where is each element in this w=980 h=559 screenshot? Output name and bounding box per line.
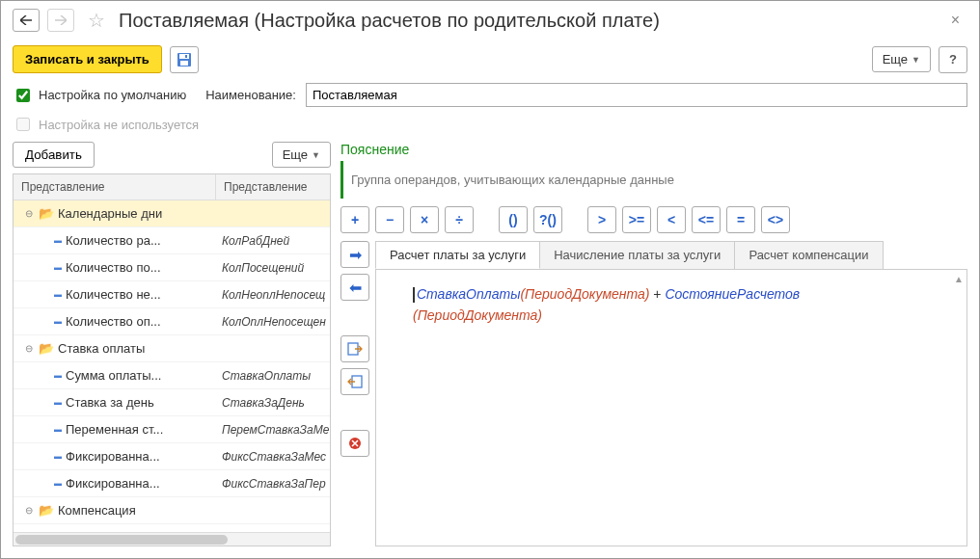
expand-icon[interactable]: ⊖ bbox=[23, 343, 35, 354]
tree-row[interactable]: ▬ Ставка за деньСтавкаЗаДень bbox=[14, 389, 330, 416]
operator-button[interactable]: ?() bbox=[533, 206, 562, 233]
formula-func-1: СтавкаОплаты bbox=[417, 286, 520, 302]
operator-button[interactable]: > bbox=[587, 206, 616, 233]
item-icon: ▬ bbox=[54, 263, 62, 272]
insert-right-button[interactable]: ➡ bbox=[340, 241, 369, 268]
more-menu-button[interactable]: Еще ▼ bbox=[872, 46, 931, 72]
item-icon: ▬ bbox=[54, 452, 62, 461]
tree-item-label: Фиксированна... bbox=[66, 476, 160, 491]
operator-button[interactable]: <> bbox=[761, 206, 790, 233]
close-button[interactable]: × bbox=[943, 10, 967, 31]
tree-item-code: ФиксСтавкаЗаМес bbox=[216, 450, 330, 464]
operator-button[interactable]: >= bbox=[622, 206, 651, 233]
explanation-title: Пояснение bbox=[340, 142, 967, 157]
add-button[interactable]: Добавить bbox=[13, 142, 95, 168]
operator-button[interactable]: = bbox=[726, 206, 755, 233]
name-label: Наименование: bbox=[205, 88, 296, 102]
tree-row[interactable]: ⊖📂 Календарные дни bbox=[14, 200, 330, 227]
body: Добавить Еще ▼ Представление Представлен… bbox=[1, 138, 979, 558]
formula-editor[interactable]: СтавкаОплаты(ПериодДокумента) + Состояни… bbox=[375, 270, 967, 546]
svg-rect-3 bbox=[185, 55, 187, 58]
tree-col-1[interactable]: Представление bbox=[14, 174, 216, 200]
operator-button[interactable]: × bbox=[410, 206, 439, 233]
operator-button[interactable]: <= bbox=[692, 206, 721, 233]
formula-tab[interactable]: Расчет платы за услуги bbox=[375, 241, 540, 269]
explanation-text: Группа операндов, учитывающих календарны… bbox=[351, 173, 674, 187]
side-buttons: ➡ ⬅ bbox=[340, 241, 369, 546]
operator-button[interactable]: ÷ bbox=[445, 206, 474, 233]
operator-button[interactable]: + bbox=[340, 206, 369, 233]
item-icon: ▬ bbox=[54, 398, 62, 407]
tree-row[interactable]: ▬ Количество оп...КолОплНепосещен bbox=[14, 308, 330, 335]
formula-tab[interactable]: Начисление платы за услуги bbox=[539, 241, 735, 269]
tree-item-code: КолНеоплНепосещ bbox=[216, 288, 330, 302]
delete-button[interactable] bbox=[340, 430, 369, 457]
tree-item-code: КолОплНепосещен bbox=[216, 315, 330, 329]
formula-tab[interactable]: Расчет компенсации bbox=[734, 241, 883, 269]
tree-item-code: ПеремСтавкаЗаМе bbox=[216, 423, 330, 437]
tree-row[interactable]: ▬ Сумма оплаты...СтавкаОплаты bbox=[14, 362, 330, 389]
favorite-icon[interactable]: ☆ bbox=[88, 9, 105, 32]
tree-item-label: Количество не... bbox=[66, 287, 161, 302]
formula-vscrollbar[interactable]: ▲ bbox=[953, 274, 965, 542]
tree-col-2[interactable]: Представление bbox=[216, 174, 330, 200]
scroll-up-icon[interactable]: ▲ bbox=[953, 274, 965, 284]
save-close-button[interactable]: Записать и закрыть bbox=[13, 45, 162, 73]
explanation-box: Группа операндов, учитывающих календарны… bbox=[340, 161, 967, 199]
save-button[interactable] bbox=[170, 46, 199, 73]
tree-item-label: Ставка оплаты bbox=[58, 341, 145, 356]
tree-body[interactable]: ⊖📂 Календарные дни▬ Количество ра...КолР… bbox=[14, 200, 330, 532]
export-button[interactable] bbox=[340, 335, 369, 362]
left-panel: Добавить Еще ▼ Представление Представлен… bbox=[13, 142, 331, 546]
expand-icon[interactable]: ⊖ bbox=[23, 505, 35, 516]
text-cursor bbox=[413, 287, 415, 303]
operator-button[interactable]: () bbox=[499, 206, 528, 233]
tree-item-code: КолПосещений bbox=[216, 261, 330, 275]
nav-back-button[interactable] bbox=[13, 9, 40, 32]
formula-arg-1: (ПериодДокумента) bbox=[520, 286, 649, 302]
chevron-down-icon: ▼ bbox=[912, 55, 920, 65]
item-icon: ▬ bbox=[54, 425, 62, 434]
tree-item-code: ФиксСтавкаЗаПер bbox=[216, 477, 330, 491]
main-toolbar: Записать и закрыть Еще ▼ ? bbox=[1, 40, 979, 79]
tree-row[interactable]: ▬ Количество по...КолПосещений bbox=[14, 254, 330, 281]
tree-row[interactable]: ▬ Фиксированна...ФиксСтавкаЗаМес bbox=[14, 443, 330, 470]
chevron-down-icon: ▼ bbox=[312, 150, 320, 160]
item-icon: ▬ bbox=[54, 236, 62, 245]
item-icon: ▬ bbox=[54, 317, 62, 326]
formula-func-2: СостояниеРасчетов bbox=[665, 286, 800, 302]
tree-row[interactable]: ▬ Количество ра...КолРабДней bbox=[14, 227, 330, 254]
tree-item-label: Сумма оплаты... bbox=[66, 368, 161, 383]
window-title: Поставляемая (Настройка расчетов по роди… bbox=[119, 10, 660, 32]
operator-button[interactable]: − bbox=[375, 206, 404, 233]
tree-hscrollbar[interactable] bbox=[14, 532, 330, 546]
tree-row[interactable]: ▬ Фиксированна...ФиксСтавкаЗаПер bbox=[14, 470, 330, 497]
expand-icon[interactable]: ⊖ bbox=[23, 208, 35, 219]
item-icon: ▬ bbox=[54, 371, 62, 380]
tree-item-label: Календарные дни bbox=[58, 206, 162, 221]
insert-left-button[interactable]: ⬅ bbox=[340, 274, 369, 301]
formula-tabs-wrap: Расчет платы за услугиНачисление платы з… bbox=[375, 241, 967, 546]
tree-row[interactable]: ▬ Переменная ст...ПеремСтавкаЗаМе bbox=[14, 416, 330, 443]
tree-item-code: СтавкаОплаты bbox=[216, 369, 330, 383]
item-icon: ▬ bbox=[54, 479, 62, 488]
svg-rect-2 bbox=[180, 61, 188, 66]
tree: Представление Представление ⊖📂 Календарн… bbox=[13, 173, 331, 546]
formula-op-plus: + bbox=[649, 286, 665, 302]
settings-row-1: Настройка по умолчанию Наименование: bbox=[1, 79, 979, 111]
nav-forward-button[interactable] bbox=[47, 9, 74, 32]
operator-button[interactable]: < bbox=[657, 206, 686, 233]
left-more-button[interactable]: Еще ▼ bbox=[272, 142, 331, 168]
operator-row: +−×÷()?()>>=<<==<> bbox=[340, 206, 967, 233]
folder-icon: 📂 bbox=[39, 206, 54, 221]
help-button[interactable]: ? bbox=[939, 46, 967, 73]
tree-row[interactable]: ⊖📂 Ставка оплаты bbox=[14, 335, 330, 362]
name-input[interactable] bbox=[306, 83, 967, 107]
tree-row[interactable]: ⊖📂 Компенсация bbox=[14, 497, 330, 524]
right-panel: Пояснение Группа операндов, учитывающих … bbox=[340, 142, 967, 546]
default-setting-checkbox[interactable]: Настройка по умолчанию bbox=[13, 86, 186, 105]
import-button[interactable] bbox=[340, 368, 369, 395]
tree-row[interactable]: ▬ Количество не...КолНеоплНепосещ bbox=[14, 281, 330, 308]
folder-icon: 📂 bbox=[39, 503, 54, 518]
tree-item-code: СтавкаЗаДень bbox=[216, 396, 330, 410]
